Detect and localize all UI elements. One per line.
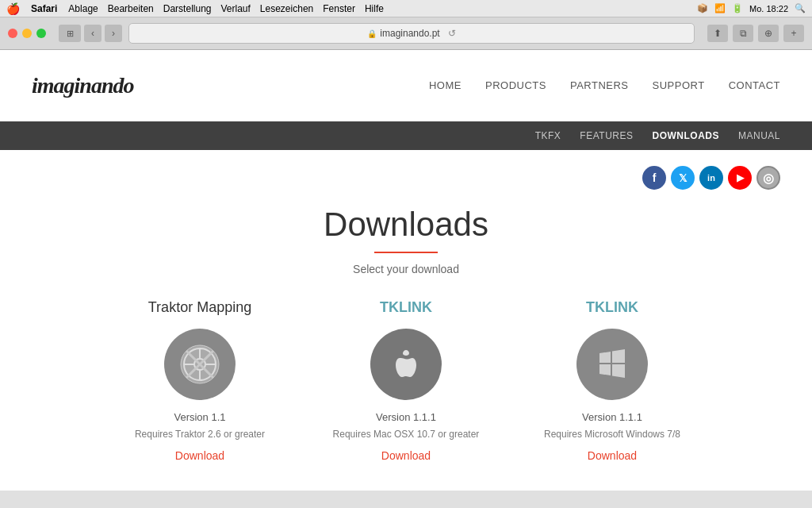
wifi-icon: 📶 — [714, 3, 726, 13]
forward-button[interactable]: › — [105, 25, 122, 42]
tab-overview-button[interactable]: ⊞ — [59, 25, 81, 42]
browser-titlebar: ⊞ ‹ › 🔒 imaginando.pt ↺ ⬆ ⧉ ⊕ + — [0, 17, 812, 49]
card-tklink-mac-download[interactable]: Download — [381, 449, 431, 462]
search-icon[interactable]: 🔍 — [795, 3, 806, 13]
card-tklink-win-icon — [576, 329, 648, 400]
instagram-icon[interactable]: ◎ — [756, 166, 780, 190]
extensions-button[interactable]: ⊕ — [758, 25, 779, 42]
browser-action-buttons: ⬆ ⧉ ⊕ + — [707, 25, 804, 42]
card-tklink-win-title: TKLINK — [586, 299, 638, 316]
twitter-icon[interactable]: 𝕏 — [671, 166, 695, 190]
site-logo[interactable]: imaginando — [32, 73, 133, 98]
card-tklink-mac: TKLINK Version 1.1.1 Requires Mac OSX 10… — [327, 299, 485, 462]
card-tklink-mac-icon — [370, 329, 442, 400]
url-display[interactable]: imaginando.pt — [380, 28, 439, 39]
card-tklink-win-version: Version 1.1.1 — [582, 411, 642, 423]
close-button[interactable] — [8, 29, 17, 38]
card-tklink-win: TKLINK Version 1.1.1 Requires Microsoft … — [533, 299, 691, 462]
main-content: f 𝕏 in ▶ ◎ Downloads Select your downloa… — [0, 150, 812, 478]
menu-hilfe[interactable]: Hilfe — [365, 3, 384, 14]
subnav-downloads[interactable]: DOWNLOADS — [652, 130, 719, 141]
card-traktor-requires: Requires Traktor 2.6 or greater — [135, 428, 265, 441]
logo-text: imaginando — [32, 73, 133, 98]
secondary-navigation: TKFX FEATURES DOWNLOADS MANUAL — [0, 121, 812, 150]
browser-chrome: ⊞ ‹ › 🔒 imaginando.pt ↺ ⬆ ⧉ ⊕ + — [0, 17, 812, 50]
menu-lesezeichen[interactable]: Lesezeichen — [260, 3, 313, 14]
downloads-divider — [374, 252, 438, 253]
menu-ablage[interactable]: Ablage — [68, 3, 98, 14]
windows-svg — [592, 344, 633, 385]
main-navigation: HOME PRODUCTS PARTNERS SUPPORT CONTACT — [429, 79, 780, 91]
website: imaginando HOME PRODUCTS PARTNERS SUPPOR… — [0, 50, 812, 491]
card-traktor-download[interactable]: Download — [175, 449, 224, 462]
apple-menu[interactable]: 🍎 — [6, 2, 20, 15]
card-tklink-mac-version: Version 1.1.1 — [376, 411, 436, 423]
clock: Mo. 18:22 — [749, 4, 788, 13]
downloads-subtitle: Select your download — [32, 263, 780, 275]
lock-icon: 🔒 — [367, 29, 377, 38]
apple-svg — [385, 344, 427, 385]
card-traktor-version: Version 1.1 — [174, 411, 225, 423]
youtube-icon[interactable]: ▶ — [728, 166, 752, 190]
card-tklink-mac-requires: Requires Mac OSX 10.7 or greater — [333, 428, 480, 441]
facebook-icon[interactable]: f — [642, 166, 666, 190]
new-tab-button[interactable]: + — [783, 25, 804, 42]
download-cards-row: Traktor Mapping Version 1.1 — [32, 299, 780, 462]
downloads-title: Downloads — [32, 206, 780, 244]
card-tklink-mac-title: TKLINK — [380, 299, 432, 316]
nav-home[interactable]: HOME — [429, 79, 462, 91]
refresh-button[interactable]: ↺ — [448, 28, 456, 39]
downloads-header: Downloads Select your download — [32, 206, 780, 275]
traffic-lights — [8, 29, 46, 38]
menu-bearbeiten[interactable]: Bearbeiten — [108, 3, 154, 14]
mac-menubar: 🍎 Safari Ablage Bearbeiten Darstellung V… — [0, 0, 812, 17]
browser-nav-buttons: ⊞ ‹ › — [59, 25, 122, 42]
menu-items: Ablage Bearbeiten Darstellung Verlauf Le… — [68, 3, 384, 14]
nav-partners[interactable]: PARTNERS — [570, 79, 629, 91]
linkedin-icon[interactable]: in — [699, 166, 723, 190]
battery-icon: 🔋 — [732, 3, 743, 13]
social-icons-row: f 𝕏 in ▶ ◎ — [32, 166, 780, 190]
nav-contact[interactable]: CONTACT — [729, 79, 780, 91]
nav-products[interactable]: PRODUCTS — [485, 79, 546, 91]
share-button[interactable]: ⬆ — [707, 25, 728, 42]
address-bar-wrap: 🔒 imaginando.pt ↺ — [128, 23, 695, 44]
menu-darstellung[interactable]: Darstellung — [163, 3, 212, 14]
card-traktor-icon — [164, 329, 236, 400]
subnav-tkfx[interactable]: TKFX — [535, 130, 561, 141]
nav-support[interactable]: SUPPORT — [653, 79, 705, 91]
card-tklink-win-requires: Requires Microsoft Windows 7/8 — [544, 428, 680, 441]
back-button[interactable]: ‹ — [84, 25, 102, 42]
app-name[interactable]: Safari — [31, 3, 57, 14]
subnav-manual[interactable]: MANUAL — [738, 130, 780, 141]
subnav-features[interactable]: FEATURES — [580, 130, 633, 141]
top-navigation: imaginando HOME PRODUCTS PARTNERS SUPPOR… — [0, 50, 812, 121]
tabs-button[interactable]: ⧉ — [733, 25, 753, 42]
fullscreen-button[interactable] — [36, 29, 46, 38]
address-bar[interactable]: 🔒 imaginando.pt ↺ — [128, 23, 695, 44]
menu-verlauf[interactable]: Verlauf — [220, 3, 250, 14]
card-tklink-win-download[interactable]: Download — [588, 449, 637, 462]
card-traktor-title: Traktor Mapping — [148, 299, 251, 316]
system-tray: 📦 📶 🔋 Mo. 18:22 🔍 — [697, 3, 806, 13]
traktor-svg — [179, 344, 220, 385]
card-traktor: Traktor Mapping Version 1.1 — [121, 299, 279, 462]
minimize-button[interactable] — [22, 29, 32, 38]
dropbox-icon: 📦 — [697, 3, 708, 13]
menu-fenster[interactable]: Fenster — [323, 3, 355, 14]
